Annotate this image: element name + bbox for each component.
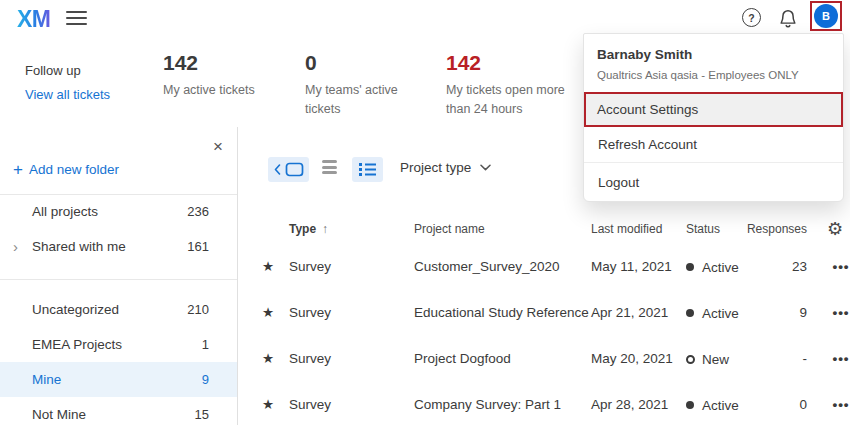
column-last-modified[interactable]: Last modified	[591, 222, 662, 236]
followup-title: Follow up	[25, 63, 110, 79]
cell-status: Active	[686, 290, 739, 336]
add-folder-label: Add new folder	[29, 162, 119, 177]
cell-last-modified: May 20, 2021	[591, 336, 673, 382]
cell-last-modified: Apr 21, 2021	[591, 290, 668, 336]
folders-sidebar: × + Add new folder All projects 236 › Sh…	[0, 127, 238, 425]
cell-type: Survey	[289, 244, 331, 290]
avatar[interactable]: B	[814, 4, 838, 28]
sidebar-item-uncategorized[interactable]: Uncategorized 210	[0, 292, 237, 327]
xm-logo: XM	[17, 6, 51, 33]
stat-value: 142	[163, 50, 255, 76]
hamburger-menu-icon[interactable]	[66, 11, 87, 29]
view-all-tickets-link[interactable]: View all tickets	[25, 87, 110, 102]
user-info: Barnaby Smith Qualtrics Asia qasia - Emp…	[584, 34, 843, 92]
column-status[interactable]: Status	[686, 222, 720, 236]
column-project-name[interactable]: Project name	[414, 222, 485, 236]
sort-ascending-icon[interactable]: ↑	[322, 222, 328, 236]
table-row[interactable]: ★ Survey Educational Study Reference Apr…	[238, 290, 850, 337]
followup-block: Follow up View all tickets	[25, 63, 110, 102]
user-name: Barnaby Smith	[597, 47, 829, 62]
column-responses[interactable]: Responses	[728, 222, 807, 236]
stat-active-tickets: 142 My active tickets	[163, 50, 255, 100]
stat-value: 0	[305, 50, 417, 76]
card-icon	[285, 162, 304, 177]
cell-last-modified: May 11, 2021	[591, 244, 672, 290]
table-row[interactable]: ★ Survey Project Dogfood May 20, 2021 Ne…	[238, 336, 850, 383]
filter-label: Project type	[400, 160, 471, 175]
status-dot-icon	[686, 401, 694, 409]
help-icon[interactable]: ?	[742, 8, 761, 27]
cell-project-name[interactable]: Company Survey: Part 1	[414, 382, 561, 425]
status-dot-icon	[686, 263, 694, 271]
star-icon[interactable]: ★	[260, 336, 276, 382]
status-dot-icon	[686, 355, 695, 364]
project-type-filter[interactable]: Project type	[400, 160, 491, 175]
chevron-down-icon	[480, 164, 491, 171]
divider	[0, 279, 237, 280]
cell-status: New	[686, 336, 729, 382]
notifications-bell-icon[interactable]	[777, 7, 799, 29]
user-org: Qualtrics Asia qasia - Employees ONLY	[597, 69, 829, 81]
cell-project-name[interactable]: Educational Study Reference	[414, 290, 589, 336]
stat-label: My teams' active tickets	[305, 81, 417, 119]
stat-value: 142	[446, 50, 576, 76]
menu-item-logout[interactable]: Logout	[584, 163, 843, 201]
stat-team-active-tickets: 0 My teams' active tickets	[305, 50, 417, 119]
menu-item-account-settings[interactable]: Account Settings	[584, 92, 843, 127]
list-view-button[interactable]	[352, 157, 383, 182]
add-new-folder-button[interactable]: + Add new folder	[13, 162, 119, 177]
stat-label: My active tickets	[163, 81, 255, 100]
more-options-button[interactable]: •••	[827, 244, 850, 290]
cell-status: Active	[686, 382, 739, 425]
cell-project-name[interactable]: Project Dogfood	[414, 336, 511, 382]
cell-responses: 0	[738, 382, 807, 425]
sidebar-item-mine[interactable]: Mine 9	[0, 362, 237, 397]
cell-responses: 23	[738, 244, 807, 290]
sidebar-item-shared-with-me[interactable]: › Shared with me 161	[0, 229, 237, 264]
cell-responses: 9	[738, 290, 807, 336]
sidebar-item-emea-projects[interactable]: EMEA Projects 1	[0, 327, 237, 362]
cell-type: Survey	[289, 336, 331, 382]
menu-item-refresh-account[interactable]: Refresh Account	[584, 127, 843, 163]
cell-responses: -	[738, 336, 807, 382]
chevron-right-icon[interactable]: ›	[13, 241, 18, 253]
more-options-button[interactable]: •••	[827, 290, 850, 336]
avatar-annotation-box: B	[810, 1, 842, 31]
gear-icon[interactable]: ⚙	[827, 218, 843, 240]
chevron-left-icon	[274, 164, 281, 175]
sidebar-item-all-projects[interactable]: All projects 236	[0, 194, 237, 229]
cell-project-name[interactable]: Customer_Survey_2020	[414, 244, 560, 290]
cell-type: Survey	[289, 382, 331, 425]
table-header: Type ↑ Project name Last modified Status…	[238, 216, 850, 244]
sidebar-item-not-mine[interactable]: Not Mine 15	[0, 397, 237, 425]
close-icon[interactable]: ×	[213, 139, 223, 155]
stacked-view-icon[interactable]	[322, 160, 337, 177]
stat-label: My tickets open more than 24 hours	[446, 81, 576, 119]
star-icon[interactable]: ★	[260, 244, 276, 290]
table-row[interactable]: ★ Survey Customer_Survey_2020 May 11, 20…	[238, 244, 850, 291]
cell-type: Survey	[289, 290, 331, 336]
more-options-button[interactable]: •••	[827, 382, 850, 425]
star-icon[interactable]: ★	[260, 290, 276, 336]
plus-icon: +	[13, 163, 23, 177]
status-dot-icon	[686, 309, 694, 317]
star-icon[interactable]: ★	[260, 382, 276, 425]
user-dropdown-menu: Barnaby Smith Qualtrics Asia qasia - Emp…	[583, 33, 844, 202]
card-view-button[interactable]	[268, 157, 309, 182]
stat-open-24h: 142 My tickets open more than 24 hours	[446, 50, 576, 119]
list-icon	[359, 162, 376, 177]
cell-last-modified: Apr 28, 2021	[591, 382, 668, 425]
table-row[interactable]: ★ Survey Company Survey: Part 1 Apr 28, …	[238, 382, 850, 425]
column-type[interactable]: Type	[289, 222, 316, 236]
cell-status: Active	[686, 244, 739, 290]
more-options-button[interactable]: •••	[827, 336, 850, 382]
